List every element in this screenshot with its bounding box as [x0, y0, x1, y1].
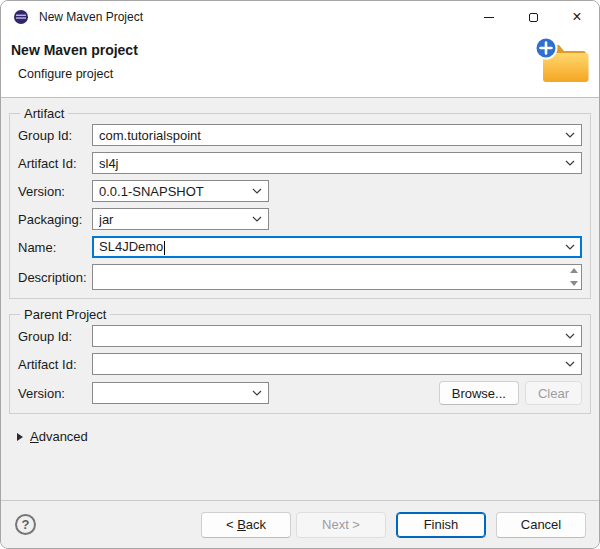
dialog-body: Artifact Group Id: com.tutorialspoint Ar…: [1, 98, 599, 500]
page-subtitle: Configure project: [18, 67, 589, 81]
name-combo[interactable]: SL4JDemo: [92, 236, 582, 258]
maximize-icon: [529, 13, 538, 22]
cancel-button[interactable]: Cancel: [496, 512, 586, 538]
wizard-header: New Maven project Configure project: [1, 33, 599, 98]
description-label: Description:: [18, 270, 92, 285]
eclipse-icon: [13, 9, 29, 25]
version-label: Version:: [18, 184, 92, 199]
group-id-combo[interactable]: com.tutorialspoint: [92, 124, 582, 146]
group-id-row: Group Id: com.tutorialspoint: [18, 124, 582, 146]
group-id-label: Group Id:: [18, 128, 92, 143]
parent-version-row: Version: Browse... Clear: [18, 381, 582, 405]
parent-group-id-row: Group Id:: [18, 325, 582, 347]
back-button[interactable]: < Back: [201, 512, 291, 538]
chevron-down-icon: [565, 244, 575, 250]
chevron-down-icon: [252, 390, 262, 396]
footer-buttons: < Back Next > Finish Cancel: [201, 512, 586, 538]
parent-project-legend: Parent Project: [20, 307, 110, 322]
parent-artifact-id-row: Artifact Id:: [18, 353, 582, 375]
next-button[interactable]: Next >: [296, 512, 386, 538]
version-row: Version: 0.0.1-SNAPSHOT: [18, 180, 582, 202]
parent-group-id-label: Group Id:: [18, 329, 92, 344]
minimize-icon: [484, 17, 494, 18]
parent-version-label: Version:: [18, 386, 92, 401]
packaging-combo[interactable]: jar: [92, 208, 269, 230]
titlebar[interactable]: New Maven Project ×: [1, 1, 599, 33]
maximize-button[interactable]: [511, 1, 555, 33]
parent-group-id-combo[interactable]: [92, 325, 582, 347]
name-row: Name: SL4JDemo: [18, 236, 582, 258]
close-icon: ×: [572, 9, 581, 25]
browse-button[interactable]: Browse...: [439, 381, 519, 405]
description-row: Description:: [18, 264, 582, 290]
chevron-down-icon: [252, 188, 262, 194]
advanced-label: Advanced: [30, 429, 88, 444]
parent-project-group: Parent Project Group Id: Artifact Id: Ve…: [9, 307, 591, 414]
chevron-down-icon: [565, 132, 575, 138]
button-bar: ? < Back Next > Finish Cancel: [1, 500, 599, 548]
parent-artifact-id-combo[interactable]: [92, 353, 582, 375]
minimize-button[interactable]: [467, 1, 511, 33]
page-title: New Maven project: [11, 42, 589, 58]
parent-version-combo[interactable]: [92, 382, 269, 404]
artifact-id-row: Artifact Id: sl4j: [18, 152, 582, 174]
description-input[interactable]: [92, 264, 582, 290]
description-scrollbar[interactable]: [566, 265, 581, 289]
new-maven-project-dialog: New Maven Project × New Maven project Co…: [0, 0, 600, 549]
close-button[interactable]: ×: [555, 1, 599, 33]
new-project-folder-icon: [533, 35, 591, 88]
help-icon: ?: [22, 517, 30, 532]
chevron-down-icon: [565, 160, 575, 166]
version-combo[interactable]: 0.0.1-SNAPSHOT: [92, 180, 269, 202]
artifact-legend: Artifact: [20, 106, 68, 121]
chevron-down-icon: [565, 361, 575, 367]
chevron-down-icon: [565, 333, 575, 339]
packaging-label: Packaging:: [18, 212, 92, 227]
artifact-group: Artifact Group Id: com.tutorialspoint Ar…: [9, 106, 591, 299]
text-caret: [164, 241, 165, 255]
name-label: Name:: [18, 240, 92, 255]
clear-button[interactable]: Clear: [525, 381, 582, 405]
scroll-up-icon: [570, 268, 578, 273]
collapsed-arrow-icon: [17, 433, 23, 441]
artifact-id-label: Artifact Id:: [18, 156, 92, 171]
artifact-id-combo[interactable]: sl4j: [92, 152, 582, 174]
scroll-down-icon: [570, 281, 578, 286]
window-controls: ×: [467, 1, 599, 33]
advanced-toggle[interactable]: Advanced: [17, 429, 599, 444]
chevron-down-icon: [252, 216, 262, 222]
finish-button[interactable]: Finish: [396, 512, 486, 538]
window-title: New Maven Project: [39, 10, 143, 24]
help-button[interactable]: ?: [15, 514, 36, 535]
packaging-row: Packaging: jar: [18, 208, 582, 230]
parent-artifact-id-label: Artifact Id:: [18, 357, 92, 372]
